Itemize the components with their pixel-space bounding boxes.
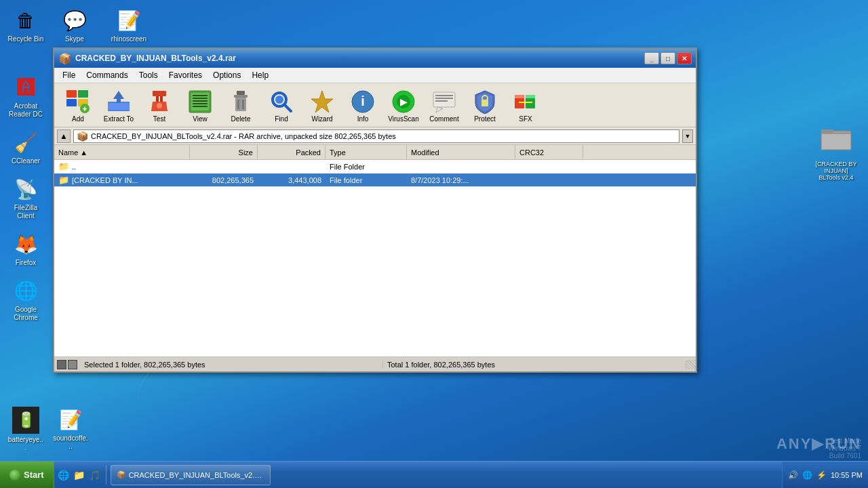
toolbar-wizard-button[interactable]: Wizard [302, 86, 342, 125]
svg-marker-32 [311, 91, 333, 113]
protect-icon [472, 89, 498, 115]
svg-rect-22 [193, 103, 208, 104]
parent-type: File Folder [326, 163, 407, 171]
svg-line-31 [284, 104, 291, 111]
cracked-row-folder-icon: 📁 [58, 175, 69, 185]
tray-clock[interactable]: 10:55 PM [831, 471, 863, 479]
window-controls: _ □ ✕ [644, 52, 692, 64]
menu-options[interactable]: Options [208, 69, 246, 81]
desktop-icon-batteryeye[interactable]: 🔋 batteryeye... [5, 405, 46, 454]
toolbar-test-button[interactable]: Test [140, 86, 179, 125]
taskbar-winrar-label: CRACKED_BY_INJUAN_BLTools_v2.4.rar [129, 471, 264, 479]
desktop: 💬 Skype 📝 rhinoscreen... 🗑 Recycle Bin 🅰… [0, 0, 868, 488]
info-label: Info [357, 115, 369, 123]
menu-favorites[interactable]: Favorites [163, 69, 208, 81]
svg-rect-14 [156, 96, 159, 102]
toolbar-sfx-button[interactable]: SFX [506, 86, 545, 125]
minimize-button[interactable]: _ [644, 52, 659, 64]
taskbar-ie-icon[interactable]: 🌐 [57, 468, 71, 482]
rar-icon: 📦 [77, 131, 88, 142]
taskbar-winrar-item[interactable]: 📦 CRACKED_BY_INJUAN_BLTools_v2.4.rar [111, 465, 271, 485]
filezilla-icon: 📡 [13, 176, 39, 202]
folder-icon: 📁 [58, 161, 69, 171]
toolbar-info-button[interactable]: i Info [343, 86, 382, 125]
status-icon-2 [68, 360, 77, 369]
close-button[interactable]: ✕ [677, 52, 692, 64]
chrome-icon: 🌐 [13, 278, 39, 304]
tray-icon-2: 🌐 [802, 470, 812, 480]
svg-rect-46 [515, 95, 524, 98]
address-path: 📦 CRACKED_BY_INJUAN_BLTools_v2.4.rar - R… [73, 129, 679, 143]
toolbar-extract-button[interactable]: Extract To [99, 86, 138, 125]
menu-commands[interactable]: Commands [81, 69, 133, 81]
virusscan-label: VirusScan [388, 115, 418, 123]
desktop-icon-filezilla[interactable]: 📡 FileZilla Client [5, 174, 46, 222]
window-titlebar: 📦 CRACKED_BY_INJUAN_BLTools_v2.4.rar _ □… [54, 49, 696, 68]
col-header-type[interactable]: Type [326, 145, 407, 159]
toolbar-virusscan-button[interactable]: ▶ VirusScan [384, 86, 423, 125]
col-header-modified[interactable]: Modified [407, 145, 515, 159]
find-label: Find [275, 115, 288, 123]
desktop-icon-chrome[interactable]: 🌐 Google Chrome [5, 276, 46, 324]
menu-tools[interactable]: Tools [134, 69, 163, 81]
toolbar-add-button[interactable]: + Add [58, 86, 98, 125]
col-header-crc[interactable]: CRC32 [515, 145, 583, 159]
sfx-icon [513, 89, 538, 115]
col-header-size[interactable]: Size [190, 145, 258, 159]
toolbar-find-button[interactable]: Find [262, 86, 301, 125]
table-row[interactable]: 📁 [CRACKED BY IN... 802,265,365 3,443,00… [54, 174, 696, 187]
menu-help[interactable]: Help [246, 69, 274, 81]
status-total: Total 1 folder, 802,265,365 bytes [383, 361, 686, 369]
acrobat-label: Acrobat Reader DC [7, 102, 44, 119]
desktop-icon-recycle-bin[interactable]: 🗑 Recycle Bin [5, 5, 46, 45]
svg-rect-5 [66, 99, 77, 106]
svg-rect-10 [108, 103, 130, 110]
soundcoffee-label: soundcoffe... [52, 434, 89, 451]
toolbar-comment-button[interactable]: Comment [425, 86, 464, 125]
status-icon-1 [57, 360, 66, 369]
taskbar-programs: 🌐 📁 🎵 📦 CRACKED_BY_INJUAN_BLTools_v2.4.r… [54, 462, 782, 488]
svg-rect-26 [235, 98, 246, 111]
acrobat-icon: 🅰 [13, 75, 39, 100]
desktop-icon-skype[interactable]: 💬 Skype [54, 5, 95, 54]
svg-rect-39 [435, 95, 453, 96]
filezilla-label: FileZilla Client [7, 204, 44, 220]
desktop-icon-cracked-folder[interactable]: [CRACKED BYINJUAN]BLTools v2.4 [812, 122, 860, 183]
svg-point-30 [275, 96, 283, 104]
toolbar-delete-button[interactable]: Delete [221, 86, 260, 125]
col-header-name[interactable]: Name ▲ [54, 145, 190, 159]
maximize-button[interactable]: □ [660, 52, 675, 64]
desktop-icon-acrobat[interactable]: 🅰 Acrobat Reader DC [5, 73, 46, 121]
skype-icon: 💬 [62, 7, 87, 33]
start-button[interactable]: Start [0, 462, 54, 488]
col-header-packed[interactable]: Packed [258, 145, 326, 159]
svg-rect-23 [193, 106, 208, 107]
status-selected: Selected 1 folder, 802,265,365 bytes [80, 361, 383, 369]
taskbar-media-icon[interactable]: 🎵 [88, 468, 102, 482]
ccleaner-label: CCleaner [12, 157, 40, 165]
taskbar-explorer-icon[interactable]: 📁 [73, 468, 86, 482]
svg-text:i: i [361, 94, 365, 108]
start-orb [9, 470, 20, 481]
desktop-icon-rhinoscreen[interactable]: 📝 rhinoscreen... [108, 5, 149, 54]
toolbar-protect-button[interactable]: Protect [465, 86, 505, 125]
recycle-bin-icon: 🗑 [13, 7, 39, 33]
back-button[interactable]: ▲ [57, 129, 71, 143]
resize-grip[interactable] [686, 360, 696, 369]
desktop-icon-firefox[interactable]: 🦊 Firefox [5, 229, 46, 269]
desktop-icon-ccleaner[interactable]: 🧹 CCleaner [5, 127, 46, 167]
address-dropdown[interactable]: ▼ [682, 129, 693, 143]
menu-file[interactable]: File [57, 69, 81, 81]
anyrun-sub3: Build 7601 [828, 452, 861, 460]
toolbar: + Add Extract To [54, 83, 696, 127]
cracked-folder-label: [CRACKED BYINJUAN]BLTools v2.4 [815, 161, 856, 181]
start-label: Start [24, 470, 44, 480]
wizard-label: Wizard [311, 115, 332, 123]
virusscan-icon: ▶ [391, 89, 416, 115]
desktop-icon-soundcoffee[interactable]: 📝 soundcoffe... [50, 405, 91, 454]
table-row[interactable]: 📁 .. File Folder [54, 160, 696, 174]
toolbar-view-button[interactable]: View [180, 86, 220, 125]
firefox-label: Firefox [16, 259, 37, 267]
svg-rect-21 [193, 100, 208, 102]
winrar-window: 📦 CRACKED_BY_INJUAN_BLTools_v2.4.rar _ □… [53, 47, 697, 373]
